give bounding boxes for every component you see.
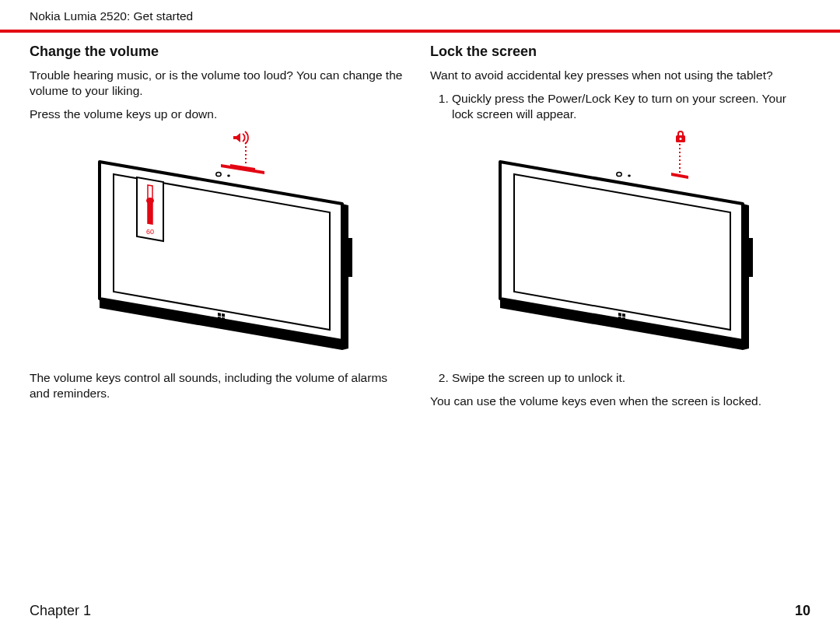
svg-point-2 [227,175,230,177]
svg-rect-15 [622,317,625,321]
svg-point-11 [628,175,631,177]
svg-rect-12 [618,313,621,317]
svg-point-10 [616,173,621,177]
volume-icon [233,131,248,144]
lock-steps-list-2: Swipe the screen up to unlock it. [444,370,810,386]
svg-rect-6 [222,317,225,321]
header-breadcrumb: Nokia Lumia 2520: Get started [0,0,840,30]
svg-point-1 [215,173,220,177]
figure-lock [430,129,810,362]
para-lock-note: You can use the volume keys even when th… [430,394,810,409]
svg-point-8 [146,198,154,204]
para-change-volume-press: Press the volume keys up or down. [30,107,410,122]
svg-rect-3 [218,313,221,317]
svg-rect-5 [218,317,221,320]
svg-rect-9 [749,238,753,277]
para-change-volume-note: The volume keys control all sounds, incl… [30,370,410,401]
figure-volume: 60 [30,129,410,362]
lock-icon [676,131,685,142]
para-lock-intro: Want to avoid accidental key presses whe… [430,68,810,83]
lock-steps-list: Quickly press the Power/Lock Key to turn… [444,91,810,122]
heading-lock-screen: Lock the screen [430,44,810,60]
svg-rect-0 [348,238,352,277]
svg-rect-4 [222,313,225,317]
para-change-volume-intro: Trouble hearing music, or is the volume … [30,68,410,99]
right-column: Lock the screen Want to avoid accidental… [430,39,810,417]
chapter-label: Chapter 1 [30,603,91,619]
volume-value: 60 [145,228,153,236]
svg-rect-13 [622,313,625,317]
left-column: Change the volume Trouble hearing music,… [30,39,410,417]
page-number: 10 [795,603,810,619]
content-area: Change the volume Trouble hearing music,… [0,33,840,417]
lock-step-1: Quickly press the Power/Lock Key to turn… [452,91,810,122]
svg-rect-14 [618,317,621,320]
lock-step-2: Swipe the screen up to unlock it. [452,370,810,386]
svg-point-18 [679,138,681,140]
page-footer: Chapter 1 10 [30,603,810,619]
heading-change-volume: Change the volume [30,44,410,60]
